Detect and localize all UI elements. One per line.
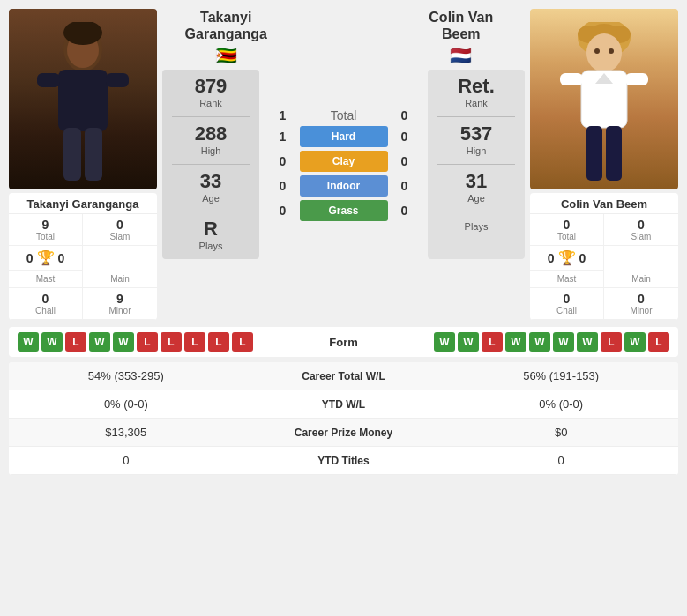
right-center-stats: Ret. Rank 537 High 31 Age <box>428 70 525 259</box>
stats-row: 54% (353-295) Career Total W/L 56% (191-… <box>9 362 678 390</box>
form-badge: L <box>482 332 503 352</box>
right-player-name: Colin Van Beem <box>530 193 678 214</box>
left-flag: 🇿🇼 <box>162 45 290 66</box>
indoor-left-score: 0 <box>275 179 291 193</box>
names-row: TakanyiGaranganga 🇿🇼 Colin VanBeem 🇳🇱 <box>162 9 525 66</box>
form-badge: W <box>577 332 598 352</box>
indoor-court-row: 0 Indoor 0 <box>265 175 422 197</box>
form-badge: W <box>505 332 526 352</box>
right-player-info: Colin Van Beem 0 Total 0 Slam 0 🏆 0 <box>530 193 678 320</box>
grass-court-btn[interactable]: Grass <box>300 200 388 221</box>
stat-right-val: 56% (191-153) <box>444 362 678 390</box>
svg-rect-4 <box>37 73 60 87</box>
form-badge: L <box>601 332 622 352</box>
form-badge: W <box>553 332 574 352</box>
left-form-badges: WWLWWLLLLL <box>18 332 300 352</box>
form-badge: L <box>184 332 205 352</box>
left-chall-stat: 0 Chall <box>9 288 83 320</box>
stat-left-val: 0% (0-0) <box>9 390 243 419</box>
clay-court-row: 0 Clay 0 <box>265 151 422 172</box>
form-badge: L <box>208 332 229 352</box>
right-flag: 🇳🇱 <box>398 45 526 66</box>
form-badge: W <box>434 332 455 352</box>
indoor-right-score: 0 <box>397 179 413 193</box>
left-rank-block: 879 Rank <box>195 73 228 113</box>
right-rank-block: Ret. Rank <box>458 73 495 113</box>
left-full-name: TakanyiGaranganga <box>162 9 290 42</box>
left-mast-stat: 0 🏆 0 <box>9 246 83 271</box>
svg-rect-17 <box>560 73 583 85</box>
left-player-info: Takanyi Garanganga 9 Total 0 Slam 0 🏆 0 <box>9 193 157 320</box>
stat-center-label: YTD Titles <box>243 447 444 475</box>
middle-area: TakanyiGaranganga 🇿🇼 Colin VanBeem 🇳🇱 87… <box>162 9 525 320</box>
total-label: Total <box>300 108 388 122</box>
right-player-stats-grid: 0 Total 0 Slam 0 🏆 0 Mast <box>530 214 678 320</box>
left-player-name: Takanyi Garanganga <box>9 193 157 214</box>
left-trophy-icon: 🏆 <box>37 249 55 266</box>
right-trophy-icon: 🏆 <box>558 249 576 266</box>
left-player-photo <box>9 9 157 189</box>
right-mast-stat: 0 🏆 0 <box>530 246 604 271</box>
left-player-card: Takanyi Garanganga 9 Total 0 Slam 0 🏆 0 <box>9 9 157 320</box>
svg-rect-6 <box>63 128 81 181</box>
right-mainlbl: Main <box>604 271 678 288</box>
right-slam-stat: 0 Slam <box>604 214 678 246</box>
left-slam-stat: 0 Slam <box>83 214 157 246</box>
right-chall-stat: 0 Chall <box>530 288 604 320</box>
right-minor-stat: 0 Minor <box>604 288 678 320</box>
left-mainlbl: Main <box>83 271 157 288</box>
stats-row: 0% (0-0) YTD W/L 0% (0-0) <box>9 390 678 419</box>
svg-point-14 <box>609 48 614 54</box>
right-player-image <box>530 9 678 189</box>
hard-left-score: 1 <box>275 130 291 144</box>
clay-left-score: 0 <box>275 154 291 168</box>
svg-rect-19 <box>586 126 602 181</box>
hard-right-score: 0 <box>397 130 413 144</box>
stat-center-label: Career Prize Money <box>243 419 444 447</box>
left-minor-stat: 9 Minor <box>83 288 157 320</box>
main-container: Takanyi Garanganga 9 Total 0 Slam 0 🏆 0 <box>0 0 687 484</box>
grass-right-score: 0 <box>397 204 413 218</box>
hard-court-btn[interactable]: Hard <box>300 126 388 147</box>
grass-left-score: 0 <box>275 204 291 218</box>
stat-right-val: 0 <box>444 447 678 475</box>
stat-right-val: $0 <box>444 419 678 447</box>
svg-point-13 <box>594 48 600 54</box>
form-badge: W <box>624 332 646 352</box>
clay-court-btn[interactable]: Clay <box>300 151 388 172</box>
left-total-stat: 9 Total <box>9 214 83 246</box>
left-high-block: 288 High <box>195 121 228 160</box>
right-plays-block: Plays <box>465 216 489 236</box>
stat-center-label: YTD W/L <box>243 390 444 419</box>
stat-left-val: 0 <box>9 447 243 475</box>
left-mastlbl: Mast <box>9 271 83 288</box>
right-mastlbl: Mast <box>530 271 604 288</box>
form-badge: W <box>529 332 550 352</box>
left-player-silhouette <box>21 22 145 189</box>
left-age-block: 33 Age <box>200 168 221 208</box>
form-badge: W <box>89 332 110 352</box>
hard-court-row: 1 Hard 0 <box>265 126 422 147</box>
right-player-photo <box>530 9 678 189</box>
form-badge: W <box>41 332 63 352</box>
total-left-score: 1 <box>275 108 291 122</box>
svg-rect-18 <box>625 73 648 85</box>
form-badge: L <box>137 332 158 352</box>
svg-rect-3 <box>58 70 108 131</box>
stat-right-val: 0% (0-0) <box>444 390 678 419</box>
total-right-score: 0 <box>397 108 413 122</box>
clay-right-score: 0 <box>397 154 413 168</box>
indoor-court-btn[interactable]: Indoor <box>300 175 388 197</box>
right-player-card: Colin Van Beem 0 Total 0 Slam 0 🏆 0 <box>530 9 678 320</box>
stats-row: $13,305 Career Prize Money $0 <box>9 419 678 447</box>
right-name-header: Colin VanBeem 🇳🇱 <box>398 9 526 66</box>
svg-point-12 <box>586 33 622 72</box>
stat-left-val: 54% (353-295) <box>9 362 243 390</box>
left-plays-block: R Plays <box>199 216 223 256</box>
svg-rect-20 <box>606 126 622 181</box>
form-badge: L <box>65 332 86 352</box>
right-total-stat: 0 Total <box>530 214 604 246</box>
svg-rect-7 <box>85 128 102 181</box>
right-full-name: Colin VanBeem <box>398 9 526 42</box>
courts-column: 1 Total 0 1 Hard 0 <box>265 70 422 259</box>
